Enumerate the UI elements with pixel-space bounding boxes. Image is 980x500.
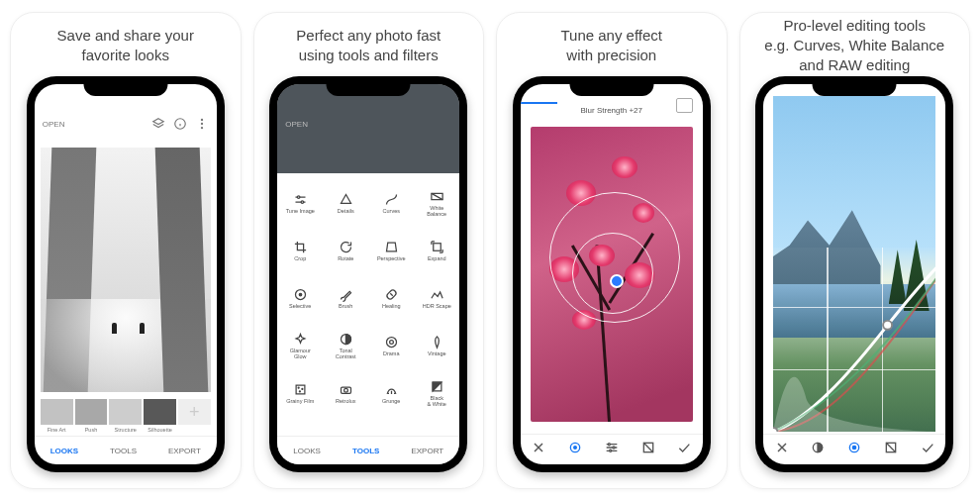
tool-glamour-glow[interactable]: Glamour Glow: [277, 322, 323, 369]
svg-rect-13: [434, 243, 441, 250]
svg-point-41: [609, 450, 611, 451]
tool-grainy-film[interactable]: Grainy Film: [277, 369, 323, 417]
tool-retrolux[interactable]: Retrolux: [323, 369, 368, 417]
compare-icon[interactable]: [676, 98, 693, 113]
phone-frame: [755, 76, 953, 472]
tool-vintage[interactable]: Vintage: [414, 322, 459, 369]
tool-details[interactable]: Details: [323, 179, 368, 227]
main-photo[interactable]: [531, 127, 693, 422]
progress-indicator: [521, 102, 557, 104]
tab-looks[interactable]: LOOKS: [293, 447, 321, 455]
layers-icon[interactable]: [394, 117, 408, 131]
action-bar: [763, 434, 945, 464]
look-thumb[interactable]: Structure: [109, 399, 142, 433]
cancel-button[interactable]: [774, 440, 790, 459]
look-thumb[interactable]: Silhouette: [144, 399, 176, 433]
tool-tune-image[interactable]: Tune Image: [277, 179, 323, 227]
tool-grunge[interactable]: Grunge: [368, 369, 414, 417]
invert-button[interactable]: [883, 440, 899, 459]
gallery-card-2: Perfect any photo fast using tools and f…: [253, 12, 485, 489]
svg-point-35: [574, 447, 577, 450]
gallery-card-3: Tune any effect with precision Blur Stre…: [496, 12, 728, 489]
phone-screen: OPEN Tune Image Details Curves White Bal…: [277, 84, 459, 464]
gallery-card-4: Pro-level editing tools e.g. Curves, Whi…: [739, 12, 971, 489]
more-icon[interactable]: [438, 117, 451, 131]
adjust-button[interactable]: [604, 440, 620, 459]
look-label: Structure: [115, 427, 137, 433]
cancel-button[interactable]: [531, 440, 546, 459]
apply-button[interactable]: [920, 440, 935, 459]
look-thumb[interactable]: Push: [75, 399, 108, 433]
lens-blur-center[interactable]: [610, 274, 624, 288]
main-photo[interactable]: [773, 96, 935, 432]
tool-rotate[interactable]: Rotate: [323, 227, 368, 274]
channel-luminance-button[interactable]: [810, 440, 826, 459]
card-caption: Save and share your favorite looks: [57, 23, 194, 68]
tool-black-white[interactable]: Black & White: [414, 369, 459, 417]
phone-frame: OPEN Fine Art Push Structure S: [27, 76, 225, 472]
open-button[interactable]: OPEN: [43, 120, 65, 129]
phone-screen: OPEN Fine Art Push Structure S: [35, 84, 217, 464]
tool-curves[interactable]: Curves: [368, 179, 414, 227]
svg-marker-31: [433, 382, 441, 391]
svg-point-24: [299, 390, 300, 391]
tool-crop[interactable]: Crop: [277, 227, 323, 274]
tool-drama[interactable]: Drama: [368, 322, 414, 369]
apply-button[interactable]: [676, 440, 692, 459]
svg-point-26: [343, 388, 347, 392]
looks-strip: Fine Art Push Structure Silhouette +: [35, 396, 217, 436]
more-icon[interactable]: [195, 117, 209, 131]
bottom-tabs: LOOKS TOOLS EXPORT: [35, 436, 217, 464]
phone-screen: Blur Strength +27: [521, 84, 703, 464]
svg-point-3: [201, 119, 203, 121]
shape-button[interactable]: [567, 440, 583, 459]
info-icon[interactable]: [416, 117, 430, 131]
tab-tools[interactable]: TOOLS: [352, 447, 379, 455]
svg-point-44: [883, 320, 892, 329]
tool-white-balance[interactable]: White Balance: [414, 179, 459, 227]
tab-export[interactable]: EXPORT: [411, 447, 443, 455]
tab-looks[interactable]: LOOKS: [50, 447, 78, 455]
add-look-button[interactable]: +: [178, 399, 211, 433]
svg-point-15: [299, 293, 302, 296]
card-caption: Tune any effect with precision: [560, 23, 662, 68]
svg-point-5: [201, 127, 203, 129]
look-thumb[interactable]: Fine Art: [41, 399, 73, 433]
look-label: Silhouette: [147, 427, 171, 433]
tool-perspective[interactable]: Perspective: [368, 227, 414, 274]
svg-point-23: [302, 388, 303, 389]
tool-tonal-contrast[interactable]: Tonal Contrast: [323, 322, 368, 369]
phone-frame: OPEN Tune Image Details Curves White Bal…: [269, 76, 467, 472]
svg-point-8: [297, 195, 300, 198]
phone-notch: [327, 76, 411, 96]
invert-button[interactable]: [640, 440, 656, 459]
svg-point-40: [613, 447, 615, 449]
phone-notch: [83, 76, 167, 96]
tool-brush[interactable]: Brush: [323, 274, 368, 322]
phone-notch: [569, 76, 653, 96]
layers-icon[interactable]: [151, 117, 165, 131]
svg-point-50: [853, 446, 856, 449]
open-button[interactable]: OPEN: [285, 120, 308, 129]
tab-tools[interactable]: TOOLS: [110, 447, 137, 455]
svg-point-19: [389, 340, 393, 344]
screenshot-gallery: Save and share your favorite looks OPEN: [0, 0, 980, 500]
phone-screen: [763, 84, 945, 464]
card-caption: Pro-level editing tools e.g. Curves, Whi…: [764, 23, 944, 68]
phone-frame: Blur Strength +27: [513, 76, 711, 472]
svg-point-4: [201, 123, 203, 125]
tool-selective[interactable]: Selective: [277, 274, 323, 322]
tab-export[interactable]: EXPORT: [168, 447, 201, 455]
card-caption: Perfect any photo fast using tools and f…: [296, 23, 441, 68]
info-icon[interactable]: [173, 117, 187, 131]
svg-point-20: [386, 337, 396, 347]
tool-healing[interactable]: Healing: [368, 274, 414, 322]
channel-rgb-button[interactable]: [846, 440, 862, 459]
bottom-tabs: LOOKS TOOLS EXPORT: [277, 436, 459, 464]
tool-hdr-scape[interactable]: HDR Scape: [414, 274, 459, 322]
curves-overlay[interactable]: [773, 248, 935, 432]
main-photo[interactable]: [41, 148, 211, 392]
tool-expand[interactable]: Expand: [414, 227, 459, 274]
svg-point-9: [301, 200, 304, 203]
svg-point-39: [608, 444, 610, 446]
